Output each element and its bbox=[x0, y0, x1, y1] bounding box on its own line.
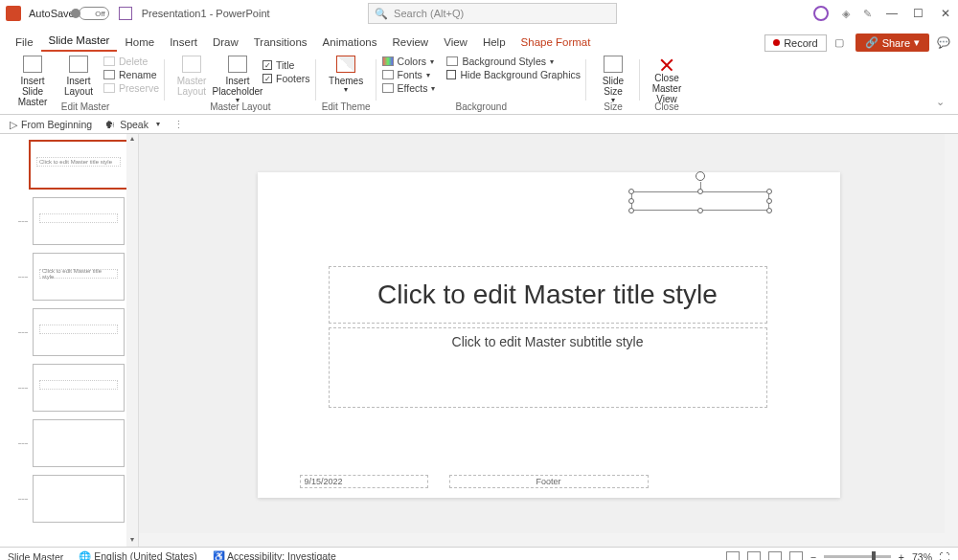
footer-placeholder[interactable]: Footer bbox=[449, 475, 649, 488]
tab-review[interactable]: Review bbox=[384, 33, 436, 52]
title-bar: AutoSave Off Presentation1 - PowerPoint … bbox=[0, 0, 958, 27]
zoom-slider[interactable] bbox=[824, 555, 891, 558]
ribbon-group-size: Slide Size▾ Size bbox=[586, 54, 640, 114]
date-placeholder[interactable]: 9/15/2022 bbox=[300, 475, 428, 488]
title-placeholder[interactable]: Click to edit Master title style bbox=[329, 266, 767, 324]
insert-layout-icon bbox=[69, 56, 88, 73]
close-window-button[interactable]: ✕ bbox=[939, 7, 952, 20]
reading-view-button[interactable] bbox=[768, 551, 782, 561]
search-box[interactable]: 🔍 Search (Alt+Q) bbox=[368, 3, 617, 24]
from-beginning-button[interactable]: ▷From Beginning bbox=[10, 119, 92, 130]
scroll-up-icon[interactable]: ▴ bbox=[126, 134, 138, 146]
effects-button[interactable]: Effects▾ bbox=[382, 82, 436, 94]
resize-handle[interactable] bbox=[697, 189, 703, 194]
collapse-ribbon-button[interactable]: ⌄ bbox=[936, 96, 952, 114]
layout-thumbnail-4[interactable] bbox=[33, 364, 125, 412]
tab-file[interactable]: File bbox=[8, 33, 41, 52]
language-button[interactable]: 🌐 English (United States) bbox=[79, 550, 196, 560]
resize-handle[interactable] bbox=[628, 189, 634, 194]
main-workspace: Click to edit Master title style Click t… bbox=[0, 134, 958, 547]
ribbon-group-close: Close Master View Close bbox=[640, 54, 694, 114]
themes-button[interactable]: Themes▾ bbox=[325, 54, 367, 95]
chevron-down-icon: ▾ bbox=[344, 86, 348, 95]
try-icon[interactable]: ✎ bbox=[863, 8, 872, 20]
comments-button[interactable]: 💬 bbox=[937, 36, 950, 49]
insert-layout-button[interactable]: Insert Layout bbox=[57, 54, 100, 97]
tab-insert[interactable]: Insert bbox=[162, 33, 205, 52]
insert-slide-master-icon bbox=[23, 56, 42, 73]
autosave-toggle[interactable]: Off bbox=[79, 7, 109, 20]
layout-thumbnail-1[interactable] bbox=[33, 197, 125, 245]
fit-to-window-button[interactable]: ⛶ bbox=[940, 551, 950, 561]
title-checkbox[interactable]: ✓Title bbox=[262, 59, 310, 71]
slide-canvas-area[interactable]: Click to edit Master title style Click t… bbox=[139, 134, 958, 547]
close-master-view-button[interactable]: Close Master View bbox=[646, 54, 688, 104]
tab-animations[interactable]: Animations bbox=[315, 33, 385, 52]
zoom-in-button[interactable]: + bbox=[899, 551, 904, 561]
selected-text-box[interactable] bbox=[631, 191, 769, 211]
share-button[interactable]: 🔗Share▾ bbox=[855, 34, 929, 52]
subtitle-placeholder[interactable]: Click to edit Master subtitle style bbox=[329, 327, 767, 408]
layout-thumbnail-3[interactable] bbox=[33, 308, 125, 356]
customize-quick-access-icon[interactable]: ⋮ bbox=[173, 119, 184, 130]
horizontal-scrollbar[interactable] bbox=[139, 533, 945, 547]
resize-handle[interactable] bbox=[766, 198, 772, 204]
slide-size-icon bbox=[604, 56, 623, 73]
save-icon[interactable] bbox=[119, 7, 132, 20]
layout-thumbnail-6[interactable] bbox=[33, 475, 125, 523]
thumbnail-pane: Click to edit Master title style Click t… bbox=[0, 134, 139, 547]
insert-slide-master-button[interactable]: Insert Slide Master bbox=[11, 54, 54, 107]
tab-draw[interactable]: Draw bbox=[205, 33, 246, 52]
chevron-down-icon: ▾ bbox=[426, 71, 430, 79]
tab-slide-master[interactable]: Slide Master bbox=[41, 31, 118, 52]
resize-handle[interactable] bbox=[628, 208, 634, 213]
slide-master-canvas[interactable]: Click to edit Master title style Click t… bbox=[258, 172, 840, 498]
record-button[interactable]: Record bbox=[764, 34, 826, 52]
thumbnail-scrollbar[interactable]: ▴ ▾ bbox=[126, 134, 138, 547]
resize-handle[interactable] bbox=[628, 198, 634, 204]
tab-home[interactable]: Home bbox=[117, 33, 162, 52]
background-styles-button[interactable]: Background Styles▾ bbox=[446, 56, 580, 67]
preserve-button: Preserve bbox=[103, 82, 159, 94]
layout-thumbnail-2[interactable]: Click to edit Master title style bbox=[33, 253, 125, 301]
zoom-out-button[interactable]: − bbox=[810, 551, 816, 561]
rotation-handle-icon[interactable] bbox=[696, 171, 705, 181]
slide-master-thumbnail[interactable]: Click to edit Master title style bbox=[29, 140, 128, 190]
zoom-percent[interactable]: 73% bbox=[912, 551, 932, 561]
tab-transitions[interactable]: Transitions bbox=[246, 33, 315, 52]
tab-help[interactable]: Help bbox=[475, 33, 513, 52]
resize-handle[interactable] bbox=[766, 208, 772, 213]
user-account-icon[interactable] bbox=[813, 6, 829, 21]
tab-view[interactable]: View bbox=[436, 33, 475, 52]
footers-checkbox[interactable]: ✓Footers bbox=[262, 73, 310, 84]
slide-size-button[interactable]: Slide Size▾ bbox=[592, 54, 634, 105]
normal-view-button[interactable] bbox=[726, 551, 740, 561]
resize-handle[interactable] bbox=[697, 208, 703, 213]
group-label-master-layout: Master Layout bbox=[210, 101, 270, 114]
coming-soon-icon[interactable]: ◈ bbox=[842, 8, 850, 20]
tab-shape-format[interactable]: Shape Format bbox=[513, 33, 599, 52]
resize-handle[interactable] bbox=[766, 189, 772, 194]
search-icon: 🔍 bbox=[375, 8, 388, 20]
scroll-down-icon[interactable]: ▾ bbox=[126, 535, 138, 547]
chevron-down-icon: ▾ bbox=[430, 57, 434, 66]
ribbon-display-options[interactable]: ▢ bbox=[834, 36, 848, 49]
vertical-scrollbar[interactable] bbox=[945, 134, 958, 547]
layout-thumbnail-5[interactable] bbox=[33, 419, 125, 467]
maximize-button[interactable]: ☐ bbox=[912, 7, 925, 20]
group-label-background: Background bbox=[456, 101, 507, 114]
accessibility-button[interactable]: ♿ Accessibility: Investigate bbox=[213, 550, 336, 560]
slideshow-view-button[interactable] bbox=[789, 551, 803, 561]
rename-button[interactable]: Rename bbox=[103, 69, 159, 80]
speak-button[interactable]: 🗣Speak▾ bbox=[105, 119, 160, 130]
effects-icon bbox=[382, 83, 394, 93]
delete-button: Delete bbox=[103, 56, 159, 67]
chevron-down-icon: ▾ bbox=[550, 57, 554, 66]
colors-button[interactable]: Colors▾ bbox=[382, 56, 436, 67]
zoom-slider-knob[interactable] bbox=[872, 551, 876, 560]
fonts-button[interactable]: Fonts▾ bbox=[382, 69, 436, 80]
hide-background-checkbox[interactable]: Hide Background Graphics bbox=[446, 69, 580, 80]
minimize-button[interactable]: — bbox=[885, 7, 899, 20]
slide-sorter-view-button[interactable] bbox=[747, 551, 761, 561]
insert-placeholder-button[interactable]: Insert Placeholder▾ bbox=[217, 54, 259, 105]
